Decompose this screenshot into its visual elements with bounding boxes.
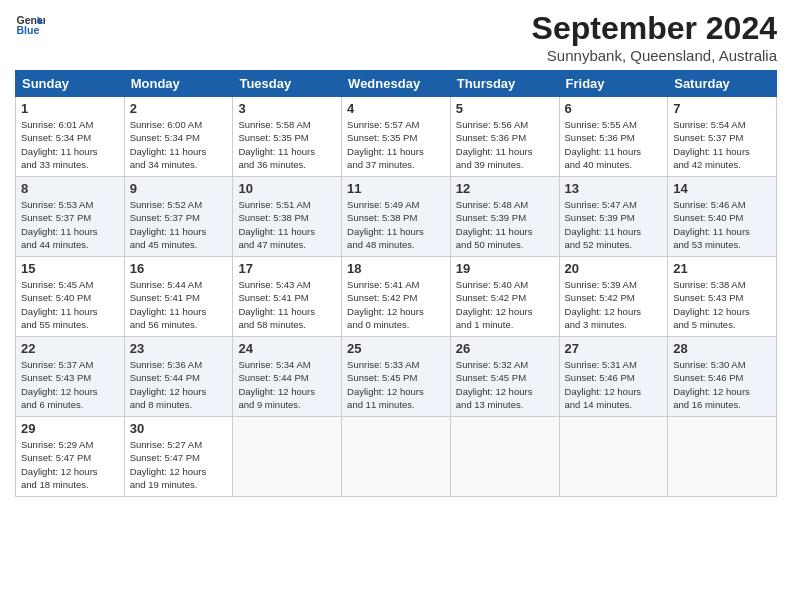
day-info: Sunrise: 5:34 AM Sunset: 5:44 PM Dayligh… bbox=[238, 358, 336, 411]
day-info: Sunrise: 5:44 AM Sunset: 5:41 PM Dayligh… bbox=[130, 278, 228, 331]
day-number: 20 bbox=[565, 261, 663, 276]
day-number: 24 bbox=[238, 341, 336, 356]
calendar-cell: 14Sunrise: 5:46 AM Sunset: 5:40 PM Dayli… bbox=[668, 177, 777, 257]
calendar-cell: 30Sunrise: 5:27 AM Sunset: 5:47 PM Dayli… bbox=[124, 417, 233, 497]
calendar-week-row: 15Sunrise: 5:45 AM Sunset: 5:40 PM Dayli… bbox=[16, 257, 777, 337]
day-number: 30 bbox=[130, 421, 228, 436]
day-info: Sunrise: 5:56 AM Sunset: 5:36 PM Dayligh… bbox=[456, 118, 554, 171]
title-block: September 2024 Sunnybank, Queensland, Au… bbox=[532, 10, 777, 64]
calendar-cell: 2Sunrise: 6:00 AM Sunset: 5:34 PM Daylig… bbox=[124, 97, 233, 177]
calendar-cell: 17Sunrise: 5:43 AM Sunset: 5:41 PM Dayli… bbox=[233, 257, 342, 337]
day-info: Sunrise: 5:36 AM Sunset: 5:44 PM Dayligh… bbox=[130, 358, 228, 411]
calendar-cell: 20Sunrise: 5:39 AM Sunset: 5:42 PM Dayli… bbox=[559, 257, 668, 337]
col-tuesday: Tuesday bbox=[233, 71, 342, 97]
svg-text:Blue: Blue bbox=[17, 24, 40, 36]
day-number: 5 bbox=[456, 101, 554, 116]
day-info: Sunrise: 5:51 AM Sunset: 5:38 PM Dayligh… bbox=[238, 198, 336, 251]
day-info: Sunrise: 5:43 AM Sunset: 5:41 PM Dayligh… bbox=[238, 278, 336, 331]
calendar-cell: 5Sunrise: 5:56 AM Sunset: 5:36 PM Daylig… bbox=[450, 97, 559, 177]
calendar-cell: 15Sunrise: 5:45 AM Sunset: 5:40 PM Dayli… bbox=[16, 257, 125, 337]
day-info: Sunrise: 6:01 AM Sunset: 5:34 PM Dayligh… bbox=[21, 118, 119, 171]
col-sunday: Sunday bbox=[16, 71, 125, 97]
day-number: 25 bbox=[347, 341, 445, 356]
calendar-cell: 11Sunrise: 5:49 AM Sunset: 5:38 PM Dayli… bbox=[342, 177, 451, 257]
calendar-cell bbox=[450, 417, 559, 497]
day-number: 1 bbox=[21, 101, 119, 116]
day-info: Sunrise: 5:39 AM Sunset: 5:42 PM Dayligh… bbox=[565, 278, 663, 331]
day-number: 15 bbox=[21, 261, 119, 276]
day-number: 11 bbox=[347, 181, 445, 196]
calendar-cell: 6Sunrise: 5:55 AM Sunset: 5:36 PM Daylig… bbox=[559, 97, 668, 177]
day-number: 13 bbox=[565, 181, 663, 196]
day-number: 2 bbox=[130, 101, 228, 116]
day-info: Sunrise: 5:49 AM Sunset: 5:38 PM Dayligh… bbox=[347, 198, 445, 251]
day-info: Sunrise: 5:33 AM Sunset: 5:45 PM Dayligh… bbox=[347, 358, 445, 411]
day-number: 26 bbox=[456, 341, 554, 356]
location: Sunnybank, Queensland, Australia bbox=[532, 47, 777, 64]
calendar-cell bbox=[342, 417, 451, 497]
calendar-cell bbox=[559, 417, 668, 497]
day-info: Sunrise: 5:53 AM Sunset: 5:37 PM Dayligh… bbox=[21, 198, 119, 251]
day-number: 16 bbox=[130, 261, 228, 276]
day-info: Sunrise: 5:47 AM Sunset: 5:39 PM Dayligh… bbox=[565, 198, 663, 251]
day-number: 22 bbox=[21, 341, 119, 356]
calendar-week-row: 8Sunrise: 5:53 AM Sunset: 5:37 PM Daylig… bbox=[16, 177, 777, 257]
calendar-cell: 4Sunrise: 5:57 AM Sunset: 5:35 PM Daylig… bbox=[342, 97, 451, 177]
calendar-cell: 1Sunrise: 6:01 AM Sunset: 5:34 PM Daylig… bbox=[16, 97, 125, 177]
day-info: Sunrise: 5:31 AM Sunset: 5:46 PM Dayligh… bbox=[565, 358, 663, 411]
calendar-cell: 28Sunrise: 5:30 AM Sunset: 5:46 PM Dayli… bbox=[668, 337, 777, 417]
day-info: Sunrise: 5:48 AM Sunset: 5:39 PM Dayligh… bbox=[456, 198, 554, 251]
day-info: Sunrise: 5:38 AM Sunset: 5:43 PM Dayligh… bbox=[673, 278, 771, 331]
day-info: Sunrise: 5:32 AM Sunset: 5:45 PM Dayligh… bbox=[456, 358, 554, 411]
calendar-cell: 7Sunrise: 5:54 AM Sunset: 5:37 PM Daylig… bbox=[668, 97, 777, 177]
calendar-cell: 26Sunrise: 5:32 AM Sunset: 5:45 PM Dayli… bbox=[450, 337, 559, 417]
calendar-table: Sunday Monday Tuesday Wednesday Thursday… bbox=[15, 70, 777, 497]
day-number: 14 bbox=[673, 181, 771, 196]
calendar-week-row: 29Sunrise: 5:29 AM Sunset: 5:47 PM Dayli… bbox=[16, 417, 777, 497]
day-number: 19 bbox=[456, 261, 554, 276]
day-info: Sunrise: 5:55 AM Sunset: 5:36 PM Dayligh… bbox=[565, 118, 663, 171]
calendar-cell: 23Sunrise: 5:36 AM Sunset: 5:44 PM Dayli… bbox=[124, 337, 233, 417]
day-number: 12 bbox=[456, 181, 554, 196]
calendar-cell: 29Sunrise: 5:29 AM Sunset: 5:47 PM Dayli… bbox=[16, 417, 125, 497]
day-number: 9 bbox=[130, 181, 228, 196]
calendar-cell: 3Sunrise: 5:58 AM Sunset: 5:35 PM Daylig… bbox=[233, 97, 342, 177]
calendar-cell bbox=[233, 417, 342, 497]
col-monday: Monday bbox=[124, 71, 233, 97]
logo-icon: General Blue bbox=[15, 10, 45, 40]
calendar-cell: 27Sunrise: 5:31 AM Sunset: 5:46 PM Dayli… bbox=[559, 337, 668, 417]
calendar-cell: 24Sunrise: 5:34 AM Sunset: 5:44 PM Dayli… bbox=[233, 337, 342, 417]
day-number: 27 bbox=[565, 341, 663, 356]
col-thursday: Thursday bbox=[450, 71, 559, 97]
day-info: Sunrise: 5:57 AM Sunset: 5:35 PM Dayligh… bbox=[347, 118, 445, 171]
day-info: Sunrise: 5:58 AM Sunset: 5:35 PM Dayligh… bbox=[238, 118, 336, 171]
day-number: 29 bbox=[21, 421, 119, 436]
day-info: Sunrise: 6:00 AM Sunset: 5:34 PM Dayligh… bbox=[130, 118, 228, 171]
day-info: Sunrise: 5:52 AM Sunset: 5:37 PM Dayligh… bbox=[130, 198, 228, 251]
day-number: 7 bbox=[673, 101, 771, 116]
calendar-cell: 9Sunrise: 5:52 AM Sunset: 5:37 PM Daylig… bbox=[124, 177, 233, 257]
calendar-cell: 21Sunrise: 5:38 AM Sunset: 5:43 PM Dayli… bbox=[668, 257, 777, 337]
logo: General Blue bbox=[15, 10, 45, 40]
calendar-cell: 10Sunrise: 5:51 AM Sunset: 5:38 PM Dayli… bbox=[233, 177, 342, 257]
calendar-cell: 22Sunrise: 5:37 AM Sunset: 5:43 PM Dayli… bbox=[16, 337, 125, 417]
calendar-cell: 19Sunrise: 5:40 AM Sunset: 5:42 PM Dayli… bbox=[450, 257, 559, 337]
day-number: 28 bbox=[673, 341, 771, 356]
calendar-cell: 25Sunrise: 5:33 AM Sunset: 5:45 PM Dayli… bbox=[342, 337, 451, 417]
calendar-cell: 13Sunrise: 5:47 AM Sunset: 5:39 PM Dayli… bbox=[559, 177, 668, 257]
day-info: Sunrise: 5:27 AM Sunset: 5:47 PM Dayligh… bbox=[130, 438, 228, 491]
day-info: Sunrise: 5:37 AM Sunset: 5:43 PM Dayligh… bbox=[21, 358, 119, 411]
calendar-week-row: 22Sunrise: 5:37 AM Sunset: 5:43 PM Dayli… bbox=[16, 337, 777, 417]
calendar-week-row: 1Sunrise: 6:01 AM Sunset: 5:34 PM Daylig… bbox=[16, 97, 777, 177]
calendar-cell: 18Sunrise: 5:41 AM Sunset: 5:42 PM Dayli… bbox=[342, 257, 451, 337]
day-number: 8 bbox=[21, 181, 119, 196]
day-info: Sunrise: 5:45 AM Sunset: 5:40 PM Dayligh… bbox=[21, 278, 119, 331]
day-number: 18 bbox=[347, 261, 445, 276]
day-info: Sunrise: 5:30 AM Sunset: 5:46 PM Dayligh… bbox=[673, 358, 771, 411]
calendar-cell: 16Sunrise: 5:44 AM Sunset: 5:41 PM Dayli… bbox=[124, 257, 233, 337]
day-number: 23 bbox=[130, 341, 228, 356]
day-number: 10 bbox=[238, 181, 336, 196]
day-number: 6 bbox=[565, 101, 663, 116]
col-wednesday: Wednesday bbox=[342, 71, 451, 97]
day-info: Sunrise: 5:29 AM Sunset: 5:47 PM Dayligh… bbox=[21, 438, 119, 491]
